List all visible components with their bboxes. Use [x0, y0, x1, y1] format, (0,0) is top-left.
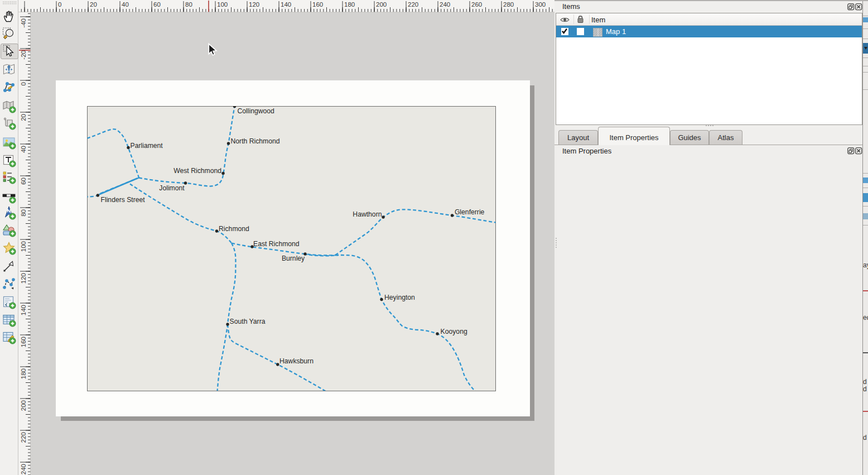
- svg-text:240: 240: [20, 464, 27, 474]
- svg-text:260: 260: [471, 1, 482, 8]
- svg-text:60: 60: [153, 1, 161, 8]
- svg-text:220: 220: [20, 432, 27, 443]
- svg-text:0: 0: [58, 1, 61, 8]
- svg-text:280: 280: [503, 1, 514, 8]
- svg-text:East Richmond: East Richmond: [253, 240, 300, 248]
- svg-text:120: 120: [20, 273, 27, 284]
- svg-text:Hawthorn: Hawthorn: [353, 210, 382, 218]
- svg-text:South Yarra: South Yarra: [230, 318, 266, 325]
- svg-text:300: 300: [535, 1, 546, 8]
- svg-text:180: 180: [344, 1, 355, 8]
- svg-text:-40: -40: [20, 18, 27, 28]
- svg-text:Jolimont: Jolimont: [159, 184, 185, 192]
- svg-text:180: 180: [20, 368, 27, 379]
- svg-text:West Richmond: West Richmond: [173, 167, 221, 175]
- svg-text:80: 80: [185, 1, 192, 8]
- svg-text:220: 220: [408, 1, 418, 8]
- svg-text:100: 100: [20, 241, 27, 252]
- svg-text:Parliament: Parliament: [131, 142, 163, 150]
- svg-text:100: 100: [217, 1, 228, 8]
- svg-text:Hawksburn: Hawksburn: [279, 357, 314, 365]
- svg-text:Glenferrie: Glenferrie: [455, 208, 485, 216]
- svg-text:Flinders Street: Flinders Street: [101, 196, 146, 204]
- svg-text:20: 20: [20, 114, 27, 121]
- svg-text:120: 120: [249, 1, 259, 8]
- svg-text:-20: -20: [20, 50, 27, 60]
- svg-text:140: 140: [20, 305, 27, 315]
- svg-text:Kooyong: Kooyong: [441, 328, 467, 335]
- svg-text:20: 20: [90, 1, 97, 8]
- svg-text:200: 200: [376, 1, 387, 8]
- svg-text:60: 60: [20, 177, 27, 185]
- svg-text:Richmond: Richmond: [219, 225, 249, 233]
- svg-text:80: 80: [20, 209, 27, 217]
- svg-text:Burnley: Burnley: [282, 255, 305, 262]
- svg-text:Collingwood: Collingwood: [238, 107, 274, 115]
- svg-text:140: 140: [281, 1, 291, 8]
- svg-text:160: 160: [312, 1, 323, 8]
- svg-text:North Richmond: North Richmond: [231, 137, 280, 145]
- svg-text:200: 200: [20, 400, 27, 411]
- svg-text:240: 240: [440, 1, 450, 8]
- svg-text:160: 160: [20, 337, 27, 347]
- svg-text:Heyington: Heyington: [384, 294, 415, 301]
- svg-text:40: 40: [20, 146, 27, 153]
- svg-text:0: 0: [20, 82, 27, 85]
- svg-text:40: 40: [122, 1, 129, 8]
